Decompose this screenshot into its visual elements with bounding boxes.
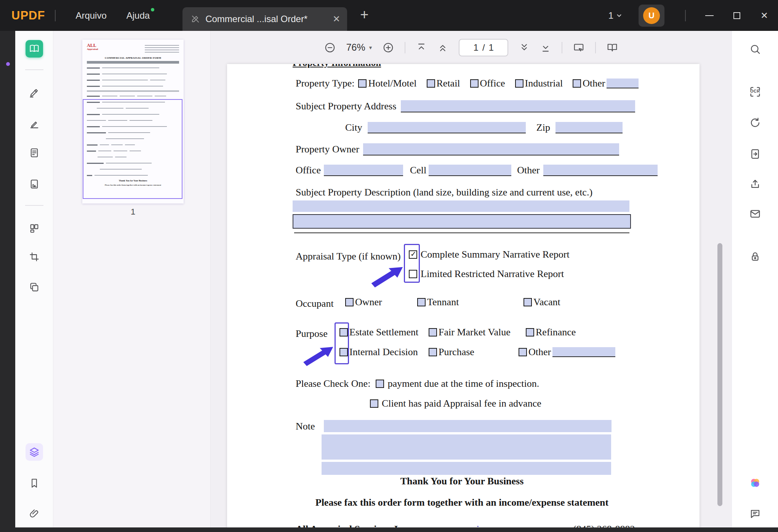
purchase-checkbox[interactable] bbox=[429, 348, 437, 356]
bookmarks-panel-button[interactable] bbox=[26, 474, 43, 492]
mail-button[interactable] bbox=[746, 205, 764, 223]
page-export-icon bbox=[749, 148, 761, 160]
description-label: Subject Property Description (land size,… bbox=[296, 187, 592, 198]
ocr-button[interactable]: OCR bbox=[746, 83, 764, 101]
thumbnail-viewport-indicator[interactable] bbox=[83, 99, 182, 199]
minimize-button[interactable] bbox=[696, 4, 723, 27]
annotation-box-purpose[interactable] bbox=[335, 322, 349, 364]
scroll-to-top-button[interactable] bbox=[416, 42, 427, 53]
fair-market-value-checkbox[interactable] bbox=[429, 328, 437, 337]
description-field-1[interactable] bbox=[293, 200, 629, 212]
organize-pages-button[interactable] bbox=[26, 220, 43, 237]
updf-logo[interactable]: UPDF bbox=[11, 9, 45, 22]
occupant-tennant-checkbox[interactable] bbox=[417, 298, 426, 306]
city-field[interactable] bbox=[368, 122, 526, 133]
please-check-row-2: Client has paid Appraisal fee in advance bbox=[370, 398, 541, 409]
vertical-scrollbar[interactable] bbox=[717, 243, 722, 506]
zoom-out-button[interactable] bbox=[324, 42, 336, 53]
office-phone-field[interactable] bbox=[324, 165, 403, 176]
refinance-checkbox[interactable] bbox=[526, 328, 534, 337]
reader-mode-button[interactable] bbox=[26, 40, 43, 58]
crop-tool-button[interactable] bbox=[26, 248, 43, 266]
export-page-button[interactable] bbox=[746, 145, 764, 163]
duplicate-pages-icon bbox=[29, 282, 40, 293]
address-field[interactable] bbox=[401, 100, 635, 112]
purpose-other-checkbox[interactable] bbox=[519, 348, 527, 356]
scroll-to-bottom-button[interactable] bbox=[540, 42, 551, 53]
protect-button[interactable] bbox=[746, 248, 764, 266]
toolbar-divider bbox=[562, 42, 562, 53]
window-list-count: 1 bbox=[608, 10, 613, 21]
menu-ajuda[interactable]: Ajuda bbox=[117, 10, 160, 21]
option-hotel-motel: Hotel/Motel bbox=[358, 78, 416, 89]
new-tab-button[interactable]: + bbox=[360, 6, 368, 23]
toolbar-divider bbox=[25, 69, 43, 70]
zoom-level: 76% bbox=[346, 42, 365, 53]
hotel-motel-checkbox[interactable] bbox=[358, 79, 367, 88]
previous-page-button[interactable] bbox=[437, 42, 448, 53]
thumbnail-logo: ALL bbox=[87, 43, 98, 48]
other-type-field[interactable] bbox=[607, 79, 639, 88]
convert-button[interactable] bbox=[746, 114, 764, 132]
form-tool-button[interactable] bbox=[26, 144, 43, 162]
note-field-1[interactable] bbox=[324, 420, 612, 432]
zoom-out-icon bbox=[324, 42, 336, 53]
option-occupant-vacant: Vacant bbox=[523, 296, 560, 308]
industrial-checkbox[interactable] bbox=[515, 79, 523, 88]
highlight-tool-button[interactable] bbox=[26, 84, 43, 101]
document-area: 76% ▾ 1 / 1 bbox=[211, 31, 732, 527]
search-button[interactable] bbox=[746, 40, 764, 58]
signature-icon bbox=[29, 179, 40, 189]
city-zip-row: City Zip bbox=[345, 122, 623, 133]
zoom-level-dropdown[interactable]: 76% ▾ bbox=[346, 42, 372, 53]
signature-tool-button[interactable] bbox=[26, 175, 43, 193]
annotation-arrow-appraisal[interactable] bbox=[368, 265, 404, 289]
annotation-arrow-purpose[interactable] bbox=[300, 345, 335, 367]
owner-field[interactable] bbox=[363, 143, 619, 155]
payment-due-checkbox[interactable] bbox=[376, 380, 384, 388]
to-bottom-icon bbox=[540, 42, 551, 53]
presentation-button[interactable] bbox=[573, 42, 584, 53]
description-field-2-selected[interactable] bbox=[293, 214, 631, 229]
page-thumbnail[interactable]: ALL Appraisal COMMERCIAL APPRAISAL ORDER… bbox=[82, 40, 184, 204]
purpose-other-field[interactable] bbox=[552, 347, 615, 357]
menu-arquivo[interactable]: Arquivo bbox=[66, 10, 116, 21]
reading-mode-button[interactable] bbox=[607, 42, 618, 53]
attachments-panel-button[interactable] bbox=[26, 505, 43, 522]
retail-checkbox[interactable] bbox=[427, 79, 435, 88]
close-button[interactable]: ✕ bbox=[751, 4, 778, 27]
window-list-dropdown[interactable]: 1 bbox=[608, 10, 623, 21]
annotate-tool-button[interactable] bbox=[26, 115, 43, 133]
share-button[interactable] bbox=[746, 175, 764, 193]
maximize-button[interactable] bbox=[723, 4, 751, 27]
next-page-button[interactable] bbox=[519, 42, 530, 53]
cell-field[interactable] bbox=[429, 165, 511, 176]
paperclip-icon bbox=[29, 508, 40, 519]
appraisal-type-label: Appraisal Type (if known) bbox=[296, 251, 401, 262]
minimize-icon bbox=[705, 15, 714, 16]
office-phone-label: Office bbox=[296, 165, 321, 176]
option-estate-settlement: Estate Settlement bbox=[339, 327, 418, 338]
page-indicator[interactable]: 1 / 1 bbox=[459, 39, 508, 56]
account-button[interactable]: U bbox=[639, 5, 664, 27]
fee-paid-checkbox[interactable] bbox=[370, 399, 378, 408]
thumbnail-header: ALL Appraisal bbox=[87, 43, 179, 54]
note-field-3[interactable] bbox=[322, 462, 611, 475]
share-icon bbox=[749, 178, 761, 190]
watermark-tool-button[interactable] bbox=[26, 279, 43, 296]
office-checkbox[interactable] bbox=[470, 79, 479, 88]
zoom-in-button[interactable] bbox=[383, 42, 394, 53]
occupant-vacant-checkbox[interactable] bbox=[523, 298, 532, 306]
other-phone-field[interactable] bbox=[543, 165, 658, 176]
tab-close-icon[interactable]: ✕ bbox=[333, 14, 340, 24]
ai-assistant-button[interactable] bbox=[746, 474, 764, 492]
annotation-box-appraisal[interactable] bbox=[404, 244, 420, 283]
note-field-2[interactable] bbox=[322, 434, 611, 460]
comments-button[interactable] bbox=[746, 505, 764, 523]
document-tab[interactable]: Commercial ...isal Order* ✕ bbox=[182, 7, 347, 31]
zip-field[interactable] bbox=[555, 122, 623, 133]
footer-website-link[interactable]: www.anyni.com bbox=[434, 524, 499, 527]
other-type-checkbox[interactable] bbox=[573, 79, 581, 88]
occupant-owner-checkbox[interactable] bbox=[345, 298, 354, 306]
layers-panel-button[interactable] bbox=[26, 443, 43, 461]
